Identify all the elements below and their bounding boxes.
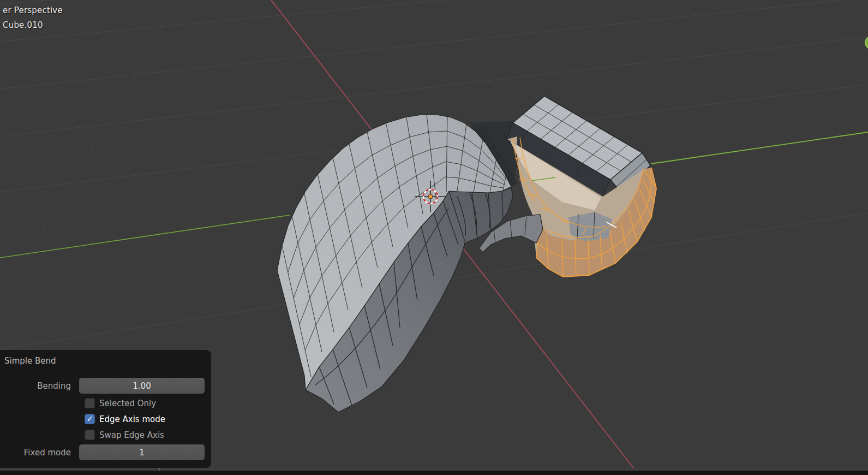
playhead-tick[interactable] <box>159 468 160 471</box>
bending-label: Bending <box>4 381 79 391</box>
selected-only-row[interactable]: Selected Only <box>85 397 206 409</box>
fixed-mode-row: Fixed mode 1 <box>4 444 206 460</box>
bending-field[interactable]: 1.00 <box>79 378 205 394</box>
blender-3d-viewport[interactable]: er Perspective Cube.010 Simple Bend Bend… <box>0 0 868 475</box>
edge-axis-mode-checkbox[interactable] <box>85 414 95 424</box>
swap-edge-axis-row[interactable]: Swap Edge Axis <box>85 429 206 441</box>
selected-only-checkbox[interactable] <box>85 398 95 408</box>
edge-axis-mode-row[interactable]: Edge Axis mode <box>85 413 206 425</box>
fixed-mode-field[interactable]: 1 <box>79 444 205 460</box>
bending-row: Bending 1.00 <box>4 378 206 394</box>
edge-axis-mode-label: Edge Axis mode <box>99 414 165 424</box>
nav-gizmo-y-axis[interactable] <box>865 37 868 49</box>
timeline-sliver <box>0 471 868 475</box>
panel-title: Simple Bend <box>4 356 206 366</box>
fixed-mode-label: Fixed mode <box>4 448 79 458</box>
mesh-object[interactable] <box>277 96 656 412</box>
active-object-label: Cube.010 <box>3 20 43 30</box>
selected-only-label: Selected Only <box>99 399 156 408</box>
x-axis-line <box>271 0 372 129</box>
swap-edge-axis-label: Swap Edge Axis <box>99 430 164 440</box>
swap-edge-axis-checkbox[interactable] <box>85 430 95 440</box>
view-name-label: er Perspective <box>3 5 63 15</box>
fixed-mode-value: 1 <box>139 448 145 458</box>
bending-value: 1.00 <box>133 381 151 391</box>
y-axis-line <box>0 215 290 258</box>
redo-panel[interactable]: Simple Bend Bending 1.00 Selected Only E… <box>0 350 211 468</box>
